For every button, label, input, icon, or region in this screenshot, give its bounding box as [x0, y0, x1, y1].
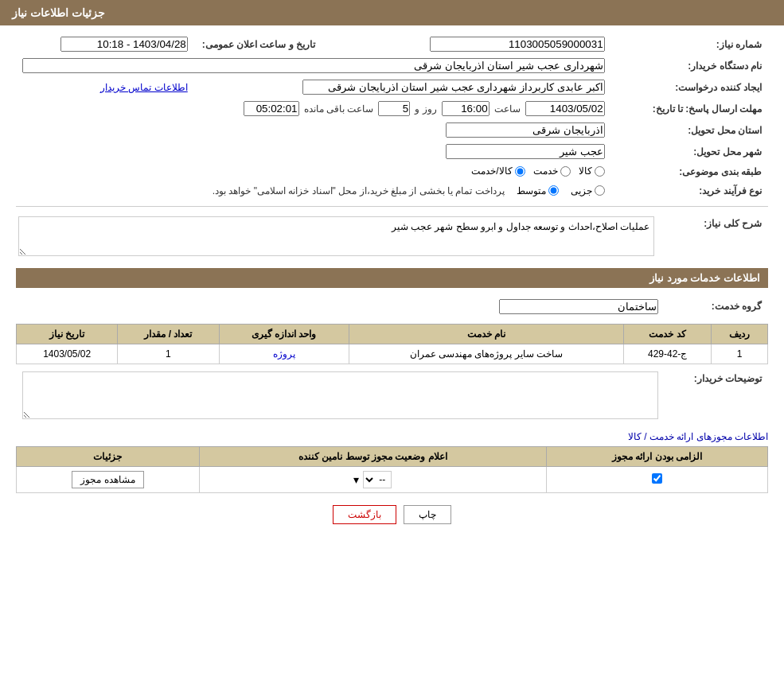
contact-link-cell[interactable]: اطلاعات تماس خریدار	[16, 76, 194, 98]
reply-deadline-row: ساعت روز و ساعت باقی مانده	[16, 98, 611, 119]
category-kala-label: کالا	[579, 165, 592, 177]
remaining-label: ساعت باقی مانده	[304, 103, 374, 115]
purchase-type-row: جزیی متوسط پرداخت تمام یا بخشی از مبلغ خ…	[16, 182, 611, 200]
reply-time-label: ساعت	[494, 103, 521, 115]
province-input	[446, 122, 605, 138]
province-value	[16, 119, 611, 141]
category-kala-khadamat-label: کالا/خدمت	[471, 165, 512, 177]
col-service-name: نام خدمت	[349, 324, 624, 344]
need-number-input[interactable]	[430, 37, 605, 52]
need-number-label: شماره نیاز:	[611, 33, 768, 55]
city-value	[16, 141, 611, 162]
remaining-input	[244, 101, 299, 116]
dropdown-icon: ▾	[353, 473, 359, 486]
purchase-type-label: نوع فرآیند خرید:	[611, 182, 768, 200]
perm-col-status: اعلام وضعیت مجوز توسط نامین کننده	[199, 446, 546, 466]
announcement-label: تاریخ و ساعت اعلان عمومی:	[194, 33, 357, 55]
print-button[interactable]: چاپ	[404, 505, 451, 524]
province-label: استان محل تحویل:	[611, 119, 768, 141]
col-need-date: تاریخ نیاز	[17, 324, 118, 344]
purchase-note: پرداخت تمام یا بخشی از مبلغ خرید،از محل …	[213, 185, 505, 196]
category-radios: کالا خدمت کالا/خدمت	[16, 162, 611, 182]
buyer-notes-textarea[interactable]	[22, 371, 658, 419]
col-service-code: کد خدمت	[624, 324, 712, 344]
perm-status-select[interactable]: --	[363, 471, 392, 488]
buyer-notes-label: توضیحات خریدار:	[665, 368, 768, 425]
requester-value	[194, 76, 611, 98]
return-button[interactable]: بازگشت	[333, 505, 396, 524]
list-item: -- ▾ مشاهده مجوز	[17, 466, 768, 492]
contact-link[interactable]: اطلاعات تماس خریدار	[100, 82, 188, 93]
view-permit-button[interactable]: مشاهده مجوز	[72, 471, 143, 488]
buyer-org-input	[22, 58, 605, 73]
announcement-input	[60, 37, 188, 52]
requester-input	[302, 80, 605, 95]
city-label: شهر محل تحویل:	[611, 141, 768, 162]
perm-col-details: جزئیات	[17, 446, 200, 466]
reply-time-input	[442, 101, 490, 116]
days-input	[378, 101, 410, 116]
buyer-org-value	[16, 55, 611, 76]
service-group-table: گروه خدمت:	[16, 296, 768, 317]
category-kala-radio[interactable]	[595, 166, 605, 177]
divider-1	[16, 206, 768, 207]
permissions-table: الزامی بودن ارائه مجوز اعلام وضعیت مجوز …	[16, 446, 768, 493]
col-unit: واحد اندازه گیری	[219, 324, 349, 344]
basic-info-table: شماره نیاز: تاریخ و ساعت اعلان عمومی: نا…	[16, 33, 768, 200]
announcement-value	[16, 33, 194, 55]
cell-unit: پروژه	[219, 344, 349, 364]
days-label: روز و	[415, 103, 436, 115]
page-header: جزئیات اطلاعات نیاز	[0, 0, 784, 25]
permissions-title: اطلاعات مجوزهای ارائه خدمت / کالا	[16, 431, 768, 442]
perm-col-required: الزامی بودن ارائه مجوز	[546, 446, 767, 466]
reply-date-input	[525, 101, 605, 116]
services-section-title: اطلاعات خدمات مورد نیاز	[16, 268, 768, 288]
city-input	[446, 144, 605, 159]
col-row-num: ردیف	[711, 324, 767, 344]
purchase-jozei-label: جزیی	[571, 185, 592, 196]
category-khadamat-item: خدمت	[533, 165, 571, 177]
general-desc-textarea[interactable]	[18, 216, 654, 256]
action-buttons: چاپ بازگشت	[16, 505, 768, 524]
purchase-mottavaset-radio[interactable]	[548, 185, 559, 196]
cell-quantity: 1	[118, 344, 219, 364]
purchase-jozei-radio[interactable]	[595, 185, 605, 196]
category-khadamat-label: خدمت	[533, 165, 558, 177]
cell-service-name: ساخت سایر پروژه‌های مهندسی عمران	[349, 344, 624, 364]
category-khadamat-radio[interactable]	[560, 166, 571, 177]
general-desc-label: شرح کلی نیاز:	[665, 213, 768, 262]
requester-label: ایجاد کننده درخواست:	[611, 76, 768, 98]
purchase-jozei-item: جزیی	[571, 185, 605, 196]
purchase-mottavaset-label: متوسط	[517, 185, 546, 196]
category-kala-item: کالا	[579, 165, 605, 177]
cell-service-code: ج-42-429	[624, 344, 712, 364]
col-quantity: تعداد / مقدار	[118, 324, 219, 344]
perm-required-checkbox[interactable]	[652, 473, 662, 484]
perm-details-cell: مشاهده مجوز	[17, 466, 200, 492]
cell-row-num: 1	[711, 344, 767, 364]
category-label: طبقه بندی موضوعی:	[611, 162, 768, 182]
buyer-org-label: نام دستگاه خریدار:	[611, 55, 768, 76]
perm-status-cell: -- ▾	[199, 466, 546, 492]
table-row: 1 ج-42-429 ساخت سایر پروژه‌های مهندسی عم…	[17, 344, 768, 364]
service-group-input	[499, 299, 658, 314]
services-table: ردیف کد خدمت نام خدمت واحد اندازه گیری ت…	[16, 324, 768, 364]
perm-required-cell	[546, 466, 767, 492]
page-title: جزئیات اطلاعات نیاز	[12, 6, 105, 19]
service-group-label: گروه خدمت:	[665, 296, 768, 317]
cell-need-date: 1403/05/02	[17, 344, 118, 364]
purchase-mottavaset-item: متوسط	[517, 185, 559, 196]
reply-deadline-label: مهلت ارسال پاسخ: تا تاریخ:	[611, 98, 768, 119]
buyer-notes-value	[16, 368, 665, 425]
service-group-value	[16, 296, 665, 317]
need-number-value	[372, 33, 611, 55]
general-desc-table: شرح کلی نیاز:	[16, 213, 768, 262]
general-desc-value	[16, 213, 665, 262]
category-kala-khadamat-radio[interactable]	[515, 166, 525, 177]
category-kala-khadamat-item: کالا/خدمت	[471, 165, 525, 177]
buyer-notes-table: توضیحات خریدار:	[16, 368, 768, 425]
